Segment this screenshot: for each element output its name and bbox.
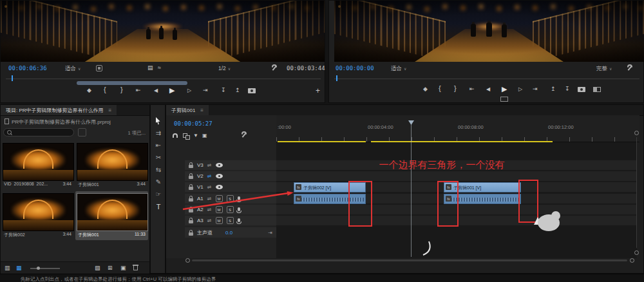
insert-icon[interactable]: ↧ (221, 88, 226, 93)
delete-icon[interactable] (133, 265, 138, 270)
project-item-label[interactable]: 子剪辑001 3:44 (78, 182, 146, 188)
comparison-view-icon[interactable] (593, 87, 601, 92)
new-item-icon[interactable]: ▣ (120, 265, 126, 271)
snap-icon[interactable] (173, 133, 178, 138)
program-quality-select[interactable]: 完整∨ (596, 65, 612, 73)
source-playhead[interactable] (12, 75, 13, 81)
vertical-scrollbar-track[interactable] (636, 137, 637, 248)
track-lock-icon[interactable] (189, 218, 193, 223)
vertical-zoom-handle-top[interactable] (634, 131, 639, 135)
program-fit-select[interactable]: 适合∨ (391, 65, 406, 73)
track-header-a2[interactable]: A2 ⇌ M S (185, 205, 276, 214)
source-settings-box-icon[interactable] (96, 65, 102, 71)
search-input[interactable] (3, 128, 74, 136)
list-view-icon[interactable]: ▥ (5, 265, 10, 271)
drag-video-only-icon[interactable]: ▤ (147, 65, 153, 71)
horizontal-zoom-handle-left[interactable] (185, 258, 190, 263)
track-header-master[interactable]: 主声道 0.0 ⇥ (185, 227, 276, 238)
go-to-out-icon[interactable]: ⇥ (203, 88, 208, 93)
project-item-label[interactable]: VID_20190808_202... 3:44 (4, 182, 71, 186)
horizontal-scrollbar[interactable] (192, 259, 627, 261)
tool-selection[interactable] (153, 115, 164, 126)
panel-menu-icon[interactable]: ≡ (200, 108, 204, 113)
track-header-v2[interactable]: V2 ⇌ (185, 171, 276, 181)
panel-menu-icon[interactable]: ≡ (109, 108, 112, 113)
track-lane-v2[interactable] (276, 171, 637, 181)
track-lock-icon[interactable] (189, 162, 193, 168)
timeline-settings-wrench-icon[interactable] (241, 132, 247, 138)
icon-view-icon[interactable]: ▦ (16, 265, 22, 271)
sync-lock-icon[interactable]: ⇌ (207, 196, 212, 202)
source-settings-wrench-icon[interactable] (271, 65, 278, 71)
project-item-thumbnail[interactable] (77, 143, 148, 181)
source-fit-select[interactable]: 适合∨ (65, 65, 80, 73)
toggle-track-output-icon[interactable] (216, 174, 223, 178)
timeline-playhead-line[interactable] (411, 124, 412, 257)
automate-to-sequence-icon[interactable]: ▧ (95, 265, 100, 271)
program-playhead[interactable] (336, 75, 337, 81)
track-header-v1[interactable]: V1 ⇌ (185, 182, 276, 192)
tab-project[interactable]: 项目: PR中子剪辑限制修剪边界有什么作用 ≡ (1, 105, 117, 115)
mute-button[interactable]: M (216, 217, 223, 224)
mute-button[interactable]: M (216, 206, 223, 213)
tool-type[interactable]: T (153, 201, 164, 212)
track-target-button[interactable]: A1 (197, 196, 204, 202)
search-options-icon[interactable] (78, 128, 86, 136)
track-target-button[interactable]: V3 (197, 162, 204, 168)
track-header-v3[interactable]: V3 ⇌ (185, 160, 276, 170)
mark-in-icon[interactable]: { (104, 86, 106, 93)
nest-indicator-icon[interactable]: ▣ (202, 133, 207, 138)
track-lock-icon[interactable] (189, 207, 193, 212)
go-to-in-icon[interactable]: ⇤ (469, 86, 475, 92)
lift-icon[interactable]: ↥ (551, 86, 556, 92)
go-to-out-icon[interactable]: ⇥ (533, 86, 538, 92)
timeline-current-timecode[interactable]: 00:00:05:27 (174, 120, 213, 127)
horizontal-zoom-handle-right[interactable] (630, 258, 634, 263)
track-lock-icon[interactable] (189, 230, 193, 236)
mute-button[interactable]: M (216, 195, 223, 202)
mark-out-icon[interactable]: } (120, 86, 123, 93)
project-item-label[interactable]: 子剪辑002 3:44 (4, 232, 71, 238)
voiceover-record-icon[interactable] (238, 196, 242, 202)
channel-output-icon[interactable]: ⇥ (268, 230, 272, 236)
play-icon[interactable]: ▶ (502, 86, 507, 93)
source-zoom-scrollbar[interactable] (77, 81, 187, 85)
toggle-track-output-icon[interactable] (216, 185, 223, 189)
step-forward-icon[interactable]: ▷ (187, 88, 191, 93)
project-item-thumbnail[interactable] (3, 143, 74, 181)
track-target-button[interactable]: V2 (197, 173, 204, 179)
project-file-name[interactable]: PR中子剪辑限制修剪边界有什么作用.prproj (12, 118, 147, 126)
program-settings-wrench-icon[interactable] (627, 65, 633, 71)
export-frame-icon[interactable] (578, 87, 585, 92)
sync-lock-icon[interactable]: ⇌ (207, 207, 212, 212)
vertical-zoom-handle-bottom[interactable] (634, 250, 639, 255)
add-marker-icon[interactable]: ◆ (423, 86, 428, 92)
track-target-button[interactable]: V1 (197, 184, 204, 190)
step-forward-icon[interactable]: ▷ (518, 87, 522, 92)
program-scrubber-track[interactable] (334, 79, 639, 79)
new-bin-icon[interactable]: ⊞ (108, 265, 113, 271)
timeline-ruler[interactable]: :00:00 00:00:04:00 00:00:08:00 00:00:12:… (276, 115, 639, 142)
track-target-button[interactable]: A3 (197, 218, 204, 223)
solo-button[interactable]: S (227, 195, 234, 202)
toggle-track-output-icon[interactable] (216, 163, 223, 167)
track-lock-icon[interactable] (189, 173, 193, 179)
linked-selection-icon[interactable] (183, 133, 189, 138)
tool-hand[interactable]: ☞ (153, 189, 164, 200)
add-button-icon[interactable]: + (316, 87, 320, 95)
mark-out-icon[interactable]: } (454, 85, 457, 92)
play-icon[interactable]: ▶ (169, 87, 175, 94)
project-item-thumbnail-selected[interactable] (77, 193, 148, 231)
mark-in-icon[interactable]: { (439, 85, 441, 92)
track-lock-icon[interactable] (189, 184, 193, 190)
source-scrubber-track[interactable] (6, 79, 321, 79)
add-marker-icon[interactable]: ▼ (193, 133, 198, 138)
overwrite-icon[interactable]: ↥ (235, 88, 240, 93)
track-lock-icon[interactable] (189, 196, 193, 202)
extract-icon[interactable]: ↧ (565, 86, 570, 92)
track-target-button[interactable]: A2 (197, 207, 204, 212)
sync-lock-icon[interactable]: ⇌ (207, 173, 212, 179)
sync-lock-icon[interactable]: ⇌ (207, 184, 212, 190)
project-item-label-selected[interactable]: 子剪辑001 11:33 (78, 232, 146, 238)
go-to-in-icon[interactable]: ⇤ (136, 88, 141, 93)
